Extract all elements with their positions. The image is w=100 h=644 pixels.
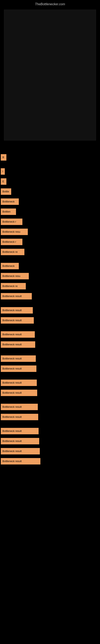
result-item: Bottleneck result	[0, 316, 100, 325]
spacer	[0, 374, 100, 378]
result-item: Bottleneck re	[0, 247, 100, 257]
spacer	[0, 302, 100, 306]
result-bar[interactable]: Bottleneck result	[1, 331, 35, 338]
result-bar[interactable]: Bottleneck result	[1, 458, 40, 464]
result-bar[interactable]: Bottlen	[1, 208, 16, 215]
result-item: Bottleneck result	[0, 306, 100, 315]
site-title-container: TheBottlenecker.com	[0, 0, 100, 8]
result-bar[interactable]: Bottleneck result	[1, 438, 39, 444]
results-section: BIEBottleBottleneckBottlenBottleneck rBo…	[0, 150, 100, 468]
result-item: B	[0, 152, 100, 162]
spacer	[0, 257, 100, 261]
result-bar[interactable]: Bottleneck result	[1, 428, 39, 434]
spacer	[0, 422, 100, 426]
result-bar[interactable]: Bottleneck re	[1, 283, 26, 290]
result-bar[interactable]: Bottleneck r	[1, 239, 22, 245]
result-item: Bottleneck	[0, 197, 100, 206]
result-item: I	[0, 167, 100, 176]
result-bar[interactable]: Bottle	[1, 188, 11, 195]
site-title: TheBottlenecker.com	[0, 0, 100, 8]
result-item: Bottleneck resu	[0, 227, 100, 237]
result-bar[interactable]: Bottleneck re	[1, 249, 24, 255]
result-bar[interactable]: Bottleneck result	[1, 307, 33, 314]
spacer	[0, 162, 100, 167]
result-item: Bottleneck r	[0, 217, 100, 226]
result-item: Bottle	[0, 187, 100, 196]
result-bar[interactable]: Bottleneck result	[1, 317, 34, 324]
result-item: Bottleneck result	[0, 292, 100, 301]
result-bar[interactable]: Bottleneck resu	[1, 228, 28, 235]
result-item: Bottleneck result	[0, 340, 100, 349]
spacer	[0, 398, 100, 402]
result-bar[interactable]: Bottleneck result	[1, 293, 32, 300]
result-bar[interactable]: Bottleneck result	[1, 448, 40, 454]
result-item: Bottleneck result	[0, 388, 100, 398]
result-item: Bottleneck resu	[0, 271, 100, 281]
result-item: Bottleneck result	[0, 446, 100, 456]
result-bar[interactable]: Bottleneck result	[1, 414, 38, 420]
result-item: Bottleneck	[0, 261, 100, 271]
result-item: Bottleneck result	[0, 412, 100, 422]
result-item: Bottleneck re	[0, 281, 100, 291]
chart-block	[4, 10, 96, 140]
result-item: Bottleneck result	[0, 330, 100, 339]
result-bar[interactable]: B	[1, 154, 6, 160]
spacer	[0, 326, 100, 330]
result-bar[interactable]: Bottleneck result	[1, 404, 38, 410]
result-bar[interactable]: Bottleneck result	[1, 341, 35, 348]
result-item: Bottleneck result	[0, 364, 100, 374]
result-bar[interactable]: E	[1, 178, 6, 185]
result-bar[interactable]: I	[1, 168, 5, 175]
result-item: Bottleneck result	[0, 354, 100, 364]
result-bar[interactable]: Bottleneck result	[1, 390, 37, 396]
result-item: Bottleneck r	[0, 237, 100, 247]
result-item: Bottleneck result	[0, 402, 100, 412]
main-chart-area	[0, 10, 100, 150]
result-item: Bottleneck result	[0, 436, 100, 446]
result-bar[interactable]: Bottleneck resu	[1, 273, 29, 279]
result-bar[interactable]: Bottleneck result	[1, 366, 36, 372]
result-bar[interactable]: Bottleneck result	[1, 380, 37, 386]
result-bar[interactable]: Bottleneck r	[1, 218, 22, 225]
result-bar[interactable]: Bottleneck	[1, 263, 19, 269]
result-bar[interactable]: Bottleneck	[1, 198, 19, 205]
result-item: Bottleneck result	[0, 456, 100, 466]
result-bar[interactable]: Bottleneck result	[1, 356, 36, 362]
result-item: Bottlen	[0, 207, 100, 216]
result-item: Bottleneck result	[0, 378, 100, 388]
spacer	[0, 350, 100, 354]
result-item: Bottleneck result	[0, 426, 100, 436]
result-item: E	[0, 177, 100, 186]
